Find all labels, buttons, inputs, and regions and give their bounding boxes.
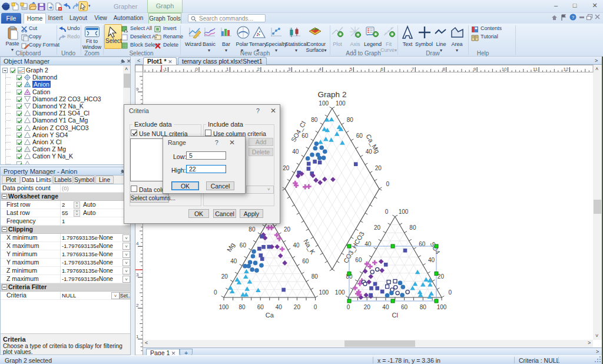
svg-text:80: 80 — [420, 304, 427, 310]
svg-text:60: 60 — [356, 133, 363, 139]
svg-text:60: 60 — [302, 258, 309, 264]
svg-text:40: 40 — [293, 242, 300, 249]
svg-text:20: 20 — [375, 165, 382, 171]
svg-text:40: 40 — [292, 148, 299, 155]
svg-text:Mg: Mg — [226, 241, 236, 253]
svg-text:40: 40 — [382, 304, 389, 310]
svg-text:100: 100 — [319, 289, 329, 296]
svg-text:80: 80 — [239, 304, 246, 310]
svg-text:0: 0 — [385, 209, 389, 215]
svg-text:20: 20 — [221, 273, 228, 280]
svg-text:Na_K: Na_K — [302, 238, 316, 256]
svg-text:60: 60 — [401, 304, 408, 310]
svg-text:80: 80 — [347, 117, 354, 123]
svg-text:60: 60 — [240, 242, 247, 249]
svg-text:CO3_HCO3: CO3_HCO3 — [342, 230, 366, 264]
svg-text:Cl: Cl — [392, 312, 398, 319]
svg-text:0: 0 — [449, 289, 452, 296]
svg-text:0: 0 — [347, 304, 350, 310]
svg-text:60: 60 — [355, 257, 362, 263]
svg-text:100: 100 — [336, 100, 346, 107]
svg-text:100: 100 — [399, 209, 409, 215]
svg-text:Ca: Ca — [266, 312, 274, 319]
svg-text:20: 20 — [294, 304, 301, 310]
svg-text:Graph 2: Graph 2 — [318, 90, 347, 99]
svg-text:100: 100 — [319, 100, 329, 107]
svg-text:40: 40 — [276, 304, 283, 310]
svg-text:60: 60 — [257, 304, 264, 310]
svg-text:20: 20 — [374, 224, 381, 231]
svg-text:20: 20 — [438, 273, 445, 280]
svg-text:?: ? — [572, 15, 575, 20]
svg-text:40: 40 — [366, 148, 373, 155]
svg-text:60: 60 — [302, 133, 309, 139]
svg-text:80: 80 — [249, 226, 256, 233]
svg-text:20: 20 — [283, 165, 290, 171]
svg-text:100: 100 — [335, 289, 345, 296]
svg-text:80: 80 — [312, 273, 319, 280]
svg-text:0: 0 — [214, 289, 217, 296]
svg-text:20: 20 — [284, 226, 291, 233]
svg-text:0: 0 — [314, 304, 317, 310]
svg-text:100: 100 — [437, 304, 447, 310]
svg-text:20: 20 — [364, 304, 371, 310]
svg-text:SO4_Cl: SO4_Cl — [290, 120, 307, 143]
svg-text:40: 40 — [230, 258, 237, 264]
svg-text:0: 0 — [386, 181, 390, 187]
svg-text:80: 80 — [311, 117, 318, 123]
svg-text:80: 80 — [409, 224, 416, 231]
svg-text:100: 100 — [219, 304, 229, 310]
svg-text:40: 40 — [428, 257, 435, 263]
